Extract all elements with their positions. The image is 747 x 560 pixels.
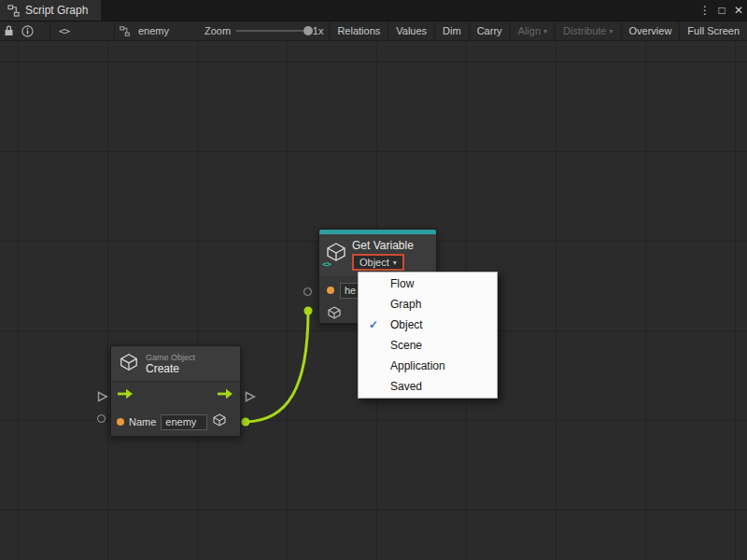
tab-label: Script Graph — [25, 4, 88, 17]
chevron-down-icon: ▾ — [610, 27, 613, 35]
chevron-down-icon: ▾ — [543, 27, 547, 35]
create-node-header: Game Object Create — [111, 346, 240, 382]
graph-icon — [7, 5, 20, 17]
relations-label: Relations — [337, 25, 380, 36]
code-badge-icon: <> — [322, 259, 331, 269]
flow-row — [111, 382, 240, 408]
name-port-label: Name — [129, 416, 156, 427]
scope-dropdown-menu: Flow Graph ✓ Object Scene Application Sa… — [358, 272, 498, 399]
flow-in-arrow-icon — [118, 386, 134, 403]
title-bar: Script Graph ⋮ □ ✕ — [0, 0, 747, 21]
menu-item-label: Graph — [390, 298, 421, 311]
scope-menu-item-saved[interactable]: Saved — [359, 376, 497, 397]
create-gameobject-node[interactable]: Game Object Create — [110, 345, 241, 437]
tab-script-graph[interactable]: Script Graph — [0, 0, 101, 21]
carry-label: Carry — [477, 25, 502, 36]
get-variable-header: <> Get Variable Object ▾ — [319, 234, 436, 276]
node-category: Game Object — [146, 353, 195, 362]
flow-out-arrow-icon — [218, 386, 233, 403]
toolbar-separator — [114, 21, 115, 40]
scope-menu-item-scene[interactable]: Scene — [359, 335, 497, 356]
code-glyph: <> — [59, 25, 69, 37]
scope-menu-item-graph[interactable]: Graph — [359, 294, 497, 315]
values-label: Values — [396, 25, 427, 36]
carry-button[interactable]: Carry — [469, 21, 510, 40]
scope-menu-item-flow[interactable]: Flow — [359, 273, 497, 294]
script-graph-window: Script Graph ⋮ □ ✕ <> — [0, 0, 747, 560]
string-literal-dot — [117, 418, 124, 426]
gameobject-output-cube-icon — [212, 413, 227, 431]
align-button: Align ▾ — [510, 21, 555, 40]
dim-label: Dim — [443, 25, 461, 36]
name-input-port[interactable] — [97, 414, 106, 423]
fullscreen-label: Full Screen — [687, 25, 740, 36]
lock-icon[interactable] — [0, 21, 18, 40]
chevron-down-icon: ▾ — [393, 259, 397, 267]
values-button[interactable]: Values — [388, 21, 434, 40]
gameobject-cube-icon — [119, 352, 139, 376]
flow-input-port[interactable] — [97, 389, 108, 406]
variable-name-input-port[interactable] — [303, 287, 312, 296]
distribute-button: Distribute ▾ — [555, 21, 620, 40]
close-icon[interactable]: ✕ — [730, 0, 747, 21]
menu-item-label: Scene — [390, 339, 422, 352]
checkmark-icon: ✓ — [369, 315, 378, 335]
code-view-icon[interactable]: <> — [50, 21, 78, 40]
zoom-slider-track — [236, 30, 307, 32]
wire-start-dot — [242, 418, 250, 427]
dim-button[interactable]: Dim — [434, 21, 469, 40]
info-icon[interactable] — [18, 21, 35, 40]
wire-end-dot — [304, 307, 313, 315]
string-literal-dot — [327, 287, 334, 294]
align-label: Align — [518, 25, 541, 36]
distribute-label: Distribute — [563, 25, 606, 36]
gameobject-cube-icon — [327, 305, 342, 324]
node-title: Get Variable — [352, 238, 414, 252]
relations-button[interactable]: Relations — [329, 21, 388, 40]
overview-label: Overview — [629, 25, 672, 36]
menu-item-label: Object — [390, 318, 423, 331]
toolbar-buttons: Relations Values Dim Carry Align ▾ Distr… — [329, 21, 747, 40]
scope-value: Object — [359, 257, 389, 268]
scope-menu-item-application[interactable]: Application — [359, 356, 497, 376]
window-controls: ⋮ □ ✕ — [697, 0, 747, 21]
variable-cube-icon: <> — [325, 241, 347, 263]
overview-button[interactable]: Overview — [621, 21, 680, 40]
menu-item-label: Flow — [390, 277, 414, 290]
fullscreen-button[interactable]: Full Screen — [679, 21, 747, 40]
menu-item-label: Application — [390, 359, 445, 372]
variable-scope-dropdown[interactable]: Object ▾ — [352, 254, 404, 271]
graph-toolbar: <> enemy Zoom 1x Relations Values Dim — [0, 21, 747, 41]
zoom-slider[interactable] — [236, 21, 307, 41]
graph-canvas[interactable]: <> Get Variable Object ▾ — [0, 41, 747, 560]
maximize-icon[interactable]: □ — [713, 0, 730, 21]
zoom-label: Zoom — [199, 25, 236, 36]
graph-breadcrumb-icon — [116, 21, 133, 40]
window-menu-icon[interactable]: ⋮ — [697, 0, 713, 21]
node-title: Create — [146, 362, 195, 375]
scope-menu-item-object[interactable]: ✓ Object — [359, 315, 497, 335]
flow-output-port[interactable] — [245, 389, 256, 406]
name-value-field[interactable] — [161, 414, 207, 430]
menu-item-label: Saved — [390, 380, 422, 393]
breadcrumb-graph-name[interactable]: enemy — [133, 25, 175, 36]
name-row: Name — [111, 408, 240, 436]
